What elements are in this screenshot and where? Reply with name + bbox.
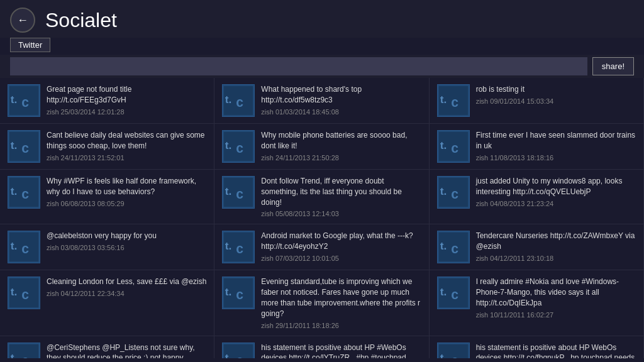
svg-text:t.: t. bbox=[225, 239, 232, 252]
tweet-avatar: t. c bbox=[437, 176, 470, 209]
tweet-item[interactable]: t. c rob is testing it zish 09/01/2014 1… bbox=[430, 78, 644, 124]
tweet-text: Great page not found title http://t.co/F… bbox=[47, 84, 206, 106]
tweet-meta: zish 07/03/2012 10:01:05 bbox=[261, 255, 421, 262]
tweet-avatar: t. c bbox=[8, 130, 40, 163]
app-header: ← Socialet bbox=[0, 0, 644, 38]
back-button[interactable]: ← bbox=[10, 8, 35, 33]
tweet-item[interactable]: t. c his statement is positive about HP … bbox=[430, 336, 644, 358]
svg-text:t.: t. bbox=[440, 185, 447, 197]
tweet-meta: zish 11/08/2013 18:18:16 bbox=[476, 154, 636, 162]
tweet-text: I really admire #Nokia and love #Windows… bbox=[476, 277, 636, 308]
tweet-meta: zish 05/08/2013 12:14:03 bbox=[261, 210, 421, 217]
tweet-meta: zish 25/03/2014 12:01:28 bbox=[47, 108, 206, 116]
tweet-content: rob is testing it zish 09/01/2014 15:03:… bbox=[476, 84, 636, 105]
tweet-content: I really admire #Nokia and love #Windows… bbox=[476, 277, 636, 318]
svg-text:t.: t. bbox=[11, 285, 18, 298]
tweet-item[interactable]: t. c First time ever I have seen slammed… bbox=[430, 124, 644, 170]
tweet-text: First time ever I have seen slammed door… bbox=[476, 130, 636, 151]
tweet-item[interactable]: t. c Why mobile phone batteries are sooo… bbox=[214, 124, 429, 170]
tweet-meta: zish 24/11/2013 21:52:01 bbox=[47, 154, 206, 162]
tweet-avatar: t. c bbox=[222, 277, 255, 309]
svg-text:c: c bbox=[451, 353, 458, 358]
tweet-content: First time ever I have seen slammed door… bbox=[476, 130, 636, 162]
tweet-meta: zish 04/12/2011 23:10:18 bbox=[476, 255, 636, 262]
svg-text:c: c bbox=[236, 141, 243, 155]
tweet-item[interactable]: t. c I really admire #Nokia and love #Wi… bbox=[430, 270, 644, 336]
svg-text:c: c bbox=[236, 287, 243, 302]
tweet-item[interactable]: t. c Great page not found title http://t… bbox=[0, 78, 214, 124]
share-input[interactable] bbox=[10, 57, 587, 75]
tweet-avatar: t. c bbox=[437, 84, 470, 117]
tweet-avatar: t. c bbox=[8, 343, 40, 358]
svg-text:t.: t. bbox=[11, 239, 18, 252]
twitter-tab-bar: Twitter bbox=[10, 38, 634, 52]
tweet-text: his statement is positive about HP #WebO… bbox=[261, 343, 421, 358]
tweet-item[interactable]: t. c his statement is positive about HP … bbox=[214, 336, 429, 358]
tweet-text: rob is testing it bbox=[476, 84, 636, 95]
svg-text:c: c bbox=[451, 95, 458, 109]
svg-text:t.: t. bbox=[225, 139, 232, 151]
tweet-meta: zish 24/11/2013 21:50:28 bbox=[261, 154, 421, 162]
svg-text:c: c bbox=[21, 141, 29, 155]
svg-text:t.: t. bbox=[440, 239, 447, 252]
tweet-text: Cleaning London for Less, save £££ via @… bbox=[47, 277, 206, 287]
share-button[interactable]: share! bbox=[592, 57, 634, 75]
svg-text:t.: t. bbox=[440, 285, 447, 298]
tweet-content: @CeriStephens @HP_Listens not sure why, … bbox=[47, 343, 206, 358]
twitter-tab-button[interactable]: Twitter bbox=[10, 38, 50, 52]
tweet-text: @calebelston very happy for you bbox=[47, 231, 206, 241]
svg-text:c: c bbox=[451, 241, 458, 256]
tweet-item[interactable]: t. c @calebelston very happy for you zis… bbox=[0, 224, 214, 270]
tweet-content: Why #WPF is feels like half done framewo… bbox=[47, 176, 206, 207]
svg-text:c: c bbox=[236, 241, 243, 256]
tweet-item[interactable]: t. c What happened to shard's top http:/… bbox=[214, 78, 429, 124]
tweet-item[interactable]: t. c @CeriStephens @HP_Listens not sure … bbox=[0, 336, 214, 358]
tweet-content: his statement is positive about HP #WebO… bbox=[261, 343, 421, 358]
tweet-avatar: t. c bbox=[437, 277, 470, 309]
tweet-item[interactable]: t. c Cant believe daily deal websites ca… bbox=[0, 124, 214, 170]
svg-text:t.: t. bbox=[225, 185, 232, 197]
tweet-avatar: t. c bbox=[437, 343, 470, 358]
tweet-content: Cleaning London for Less, save £££ via @… bbox=[47, 277, 206, 297]
tweet-content: Dont follow Trend, iff everyone doubt so… bbox=[261, 176, 421, 217]
svg-text:t.: t. bbox=[440, 139, 447, 151]
tweet-content: Tendercare Nurseries http://t.co/ZAWmbxe… bbox=[476, 231, 636, 262]
svg-text:c: c bbox=[451, 287, 458, 302]
svg-text:c: c bbox=[236, 353, 243, 358]
svg-text:c: c bbox=[236, 187, 243, 201]
tweet-item[interactable]: t. c Why #WPF is feels like half done fr… bbox=[0, 170, 214, 224]
tweet-avatar: t. c bbox=[8, 84, 40, 117]
tweet-text: just added Unity to my windows8 app, loo… bbox=[476, 176, 636, 197]
svg-text:t.: t. bbox=[225, 351, 232, 358]
tweet-content: What happened to shard's top http://t.co… bbox=[261, 84, 421, 116]
tweet-text: @CeriStephens @HP_Listens not sure why, … bbox=[47, 343, 206, 358]
tweet-meta: zish 03/08/2013 03:56:16 bbox=[47, 244, 206, 251]
tweet-text: Cant believe daily deal websites can giv… bbox=[47, 130, 206, 151]
svg-text:c: c bbox=[21, 187, 29, 201]
tweet-text: Why #WPF is feels like half done framewo… bbox=[47, 176, 206, 197]
tweet-content: Cant believe daily deal websites can giv… bbox=[47, 130, 206, 162]
tweet-item[interactable]: t. c Evening standard,tube is improving … bbox=[214, 270, 429, 336]
tweet-avatar: t. c bbox=[437, 231, 470, 263]
svg-text:c: c bbox=[21, 287, 29, 302]
tweet-item[interactable]: t. c just added Unity to my windows8 app… bbox=[430, 170, 644, 224]
tweet-item[interactable]: t. c Dont follow Trend, iff everyone dou… bbox=[214, 170, 429, 224]
svg-text:c: c bbox=[21, 241, 29, 256]
back-icon: ← bbox=[17, 14, 28, 27]
svg-text:t.: t. bbox=[11, 93, 18, 106]
tweet-content: his statement is positive about HP WebOs… bbox=[476, 343, 636, 358]
tweet-item[interactable]: t. c Tendercare Nurseries http://t.co/ZA… bbox=[430, 224, 644, 270]
tweet-avatar: t. c bbox=[222, 231, 255, 263]
tweet-meta: zish 01/03/2014 18:45:08 bbox=[261, 108, 421, 116]
tweet-text: his statement is positive about HP WebOs… bbox=[476, 343, 636, 358]
tweet-item[interactable]: t. c Cleaning London for Less, save £££ … bbox=[0, 270, 214, 336]
tweet-meta: zish 04/12/2011 22:34:34 bbox=[47, 290, 206, 297]
app-title: Socialet bbox=[45, 9, 117, 32]
tweet-content: just added Unity to my windows8 app, loo… bbox=[476, 176, 636, 207]
tweet-avatar: t. c bbox=[222, 343, 255, 358]
tweet-item[interactable]: t. c Android market to Google play, what… bbox=[214, 224, 429, 270]
tweet-avatar: t. c bbox=[8, 176, 40, 209]
tweet-avatar: t. c bbox=[437, 130, 470, 163]
svg-text:t.: t. bbox=[11, 185, 18, 197]
tweet-meta: zish 10/11/2011 16:02:27 bbox=[476, 311, 636, 319]
